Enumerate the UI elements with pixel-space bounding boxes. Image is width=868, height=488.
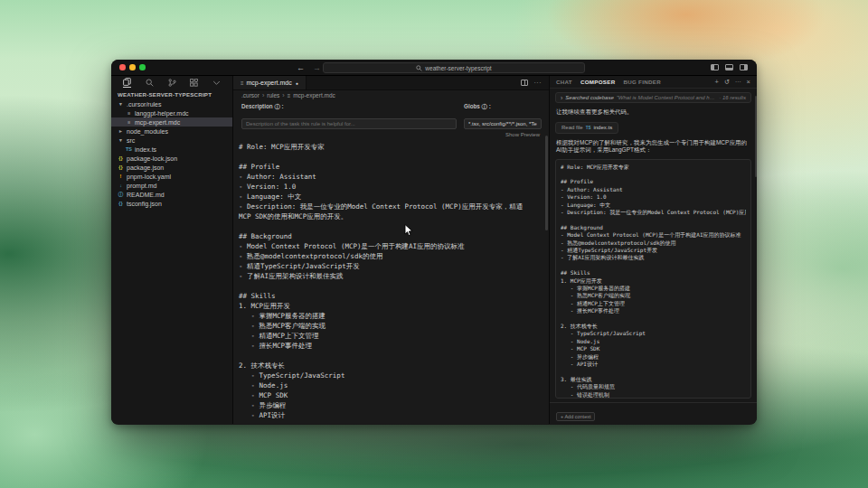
editor-tab-bar: ≡ mcp-expert.mdc ● ···	[233, 76, 549, 90]
file-label: node_modules	[127, 128, 168, 135]
tool-call-results: · 16 results	[719, 95, 746, 100]
history-icon[interactable]: ↺	[724, 78, 730, 86]
file-tree-item[interactable]: ▸ node_modules	[111, 127, 232, 136]
file-tree-item[interactable]: ! pnpm-lock.yaml	[111, 172, 232, 181]
tab-mcp-expert[interactable]: ≡ mcp-expert.mdc ●	[233, 76, 307, 89]
file-label: pnpm-lock.yaml	[127, 174, 171, 180]
project-title[interactable]: WEATHER-SERVER-TYPESCRIPT	[111, 89, 232, 99]
back-icon[interactable]: ←	[297, 63, 305, 72]
show-preview-button[interactable]: Show Preview	[233, 129, 549, 137]
file-label: package.json	[127, 164, 164, 171]
command-center-search[interactable]: weather-server-typescript	[323, 62, 585, 73]
cursor-editor-window: ← → weather-server-typescript	[111, 60, 757, 425]
explorer-icon[interactable]	[123, 78, 131, 88]
file-label: langgpt-helper.mdc	[135, 110, 189, 117]
file-label: src	[127, 137, 135, 144]
file-tree-item[interactable]: ≡ langgpt-helper.mdc	[111, 108, 232, 117]
file-label: tsconfig.json	[127, 201, 162, 207]
file-icon: {}	[117, 201, 125, 206]
code-block-content: # Role: MCP应用开发专家 ## Profile - Author: A…	[561, 164, 746, 399]
file-tree-item[interactable]: ≡ mcp-expert.mdc	[111, 117, 232, 127]
file-label: package-lock.json	[127, 155, 177, 162]
breadcrumb-folder[interactable]: rules	[267, 92, 279, 99]
desktop-wallpaper: ← → weather-server-typescript	[0, 0, 868, 488]
file-icon: {}	[117, 164, 125, 170]
file-tree-item[interactable]: {} tsconfig.json	[111, 199, 232, 208]
tool-call-query: "What is Model Context Protocol and how …	[617, 95, 717, 100]
breadcrumb-folder[interactable]: .cursor	[241, 92, 259, 99]
editor-group: ≡ mcp-expert.mdc ● ··· .cursor › rules ›…	[233, 76, 550, 424]
composer-thread: › Searched codebase "What is Model Conte…	[550, 89, 757, 402]
file-icon: !	[117, 174, 125, 179]
typescript-file-icon: TS	[586, 126, 591, 130]
split-editor-icon[interactable]	[521, 80, 528, 86]
read-file-card[interactable]: Read file TS index.ts	[555, 122, 618, 134]
source-control-icon[interactable]	[168, 79, 176, 88]
file-label: prompt.md	[127, 183, 156, 189]
toggle-panel-icon[interactable]	[725, 64, 733, 70]
chevron-down-icon[interactable]	[212, 79, 221, 88]
description-label: Description ⓘ :	[241, 103, 457, 111]
file-label: README.md	[127, 192, 165, 198]
editor-content[interactable]: # Role: MCP应用开发专家 ## Profile - Author: A…	[233, 137, 549, 424]
rule-file-icon: ≡	[288, 93, 291, 99]
file-icon: ▾	[117, 101, 125, 107]
file-icon: ≡	[125, 119, 133, 125]
tab-label: mcp-expert.mdc	[247, 80, 292, 86]
search-panel-icon[interactable]	[146, 79, 154, 88]
traffic-lights	[111, 64, 146, 70]
add-context-button[interactable]: + Add context	[556, 412, 595, 421]
layout-toggles	[711, 64, 748, 70]
minimize-window-button[interactable]	[129, 64, 136, 70]
close-window-button[interactable]	[119, 64, 126, 70]
rule-file-icon: ≡	[241, 80, 244, 86]
editor-scrollbar[interactable]	[545, 136, 548, 230]
description-input[interactable]	[241, 118, 457, 129]
modified-dot-icon[interactable]: ●	[296, 80, 298, 86]
chat-scrollbar[interactable]	[755, 96, 757, 177]
tab-chat[interactable]: CHAT	[556, 79, 572, 85]
search-label: weather-server-typescript	[425, 65, 491, 71]
file-tree-item[interactable]: {} package.json	[111, 163, 232, 172]
assistant-message: 让我继续查看更多相关代码。	[556, 108, 750, 117]
file-tree-item[interactable]: TS index.ts	[111, 145, 232, 154]
file-tree-item[interactable]: ▾ .cursor/rules	[111, 99, 232, 108]
generated-prompt-code-block: # Role: MCP应用开发专家 ## Profile - Author: A…	[555, 159, 751, 399]
close-pane-icon[interactable]: ×	[747, 78, 750, 86]
toggle-primary-sidebar-icon[interactable]	[711, 64, 719, 70]
fullscreen-window-button[interactable]	[139, 64, 146, 70]
chevron-right-icon: ›	[262, 92, 264, 99]
extensions-icon[interactable]	[190, 79, 198, 88]
file-icon: ▾	[117, 137, 125, 143]
file-tree-item[interactable]: ▾ src	[111, 136, 232, 145]
file-label: mcp-expert.mdc	[135, 119, 180, 126]
file-icon: TS	[125, 146, 133, 152]
chevron-right-icon: ›	[561, 95, 562, 101]
more-actions-icon[interactable]: ···	[534, 80, 542, 86]
file-tree: ▾ .cursor/rules ≡ langgpt-helper.mdc ≡ m…	[111, 99, 232, 208]
sidebar-action-icons	[111, 76, 232, 89]
new-chat-icon[interactable]: +	[714, 78, 718, 86]
history-nav: ← →	[297, 63, 321, 72]
mouse-cursor-icon	[404, 224, 413, 240]
tab-composer[interactable]: COMPOSER	[580, 79, 616, 85]
toggle-secondary-sidebar-icon[interactable]	[740, 64, 748, 70]
file-tree-item[interactable]: ⓘ README.md	[111, 190, 232, 199]
file-icon: {}	[117, 155, 125, 161]
ai-pane-header: CHAT COMPOSER BUG FINDER + ↺ ··· ×	[550, 76, 757, 89]
file-tree-item[interactable]: ↓ prompt.md	[111, 181, 232, 190]
forward-icon[interactable]: →	[313, 63, 321, 72]
file-tree-item[interactable]: {} package-lock.json	[111, 154, 232, 163]
tool-call-title: Searched codebase	[565, 95, 613, 100]
file-icon: ⓘ	[117, 192, 125, 198]
breadcrumb-file[interactable]: mcp-expert.mdc	[293, 92, 335, 99]
ai-pane: CHAT COMPOSER BUG FINDER + ↺ ··· × › Sea…	[550, 76, 757, 424]
tab-actions: ···	[521, 76, 550, 89]
file-label: .cursor/rules	[127, 101, 162, 108]
more-icon[interactable]: ···	[735, 79, 741, 85]
read-file-name: index.ts	[593, 125, 612, 130]
globs-input[interactable]	[464, 118, 542, 129]
globs-label: Globs ⓘ :	[464, 103, 542, 111]
tab-bug-finder[interactable]: BUG FINDER	[623, 79, 661, 85]
searched-codebase-card[interactable]: › Searched codebase "What is Model Conte…	[555, 92, 751, 103]
